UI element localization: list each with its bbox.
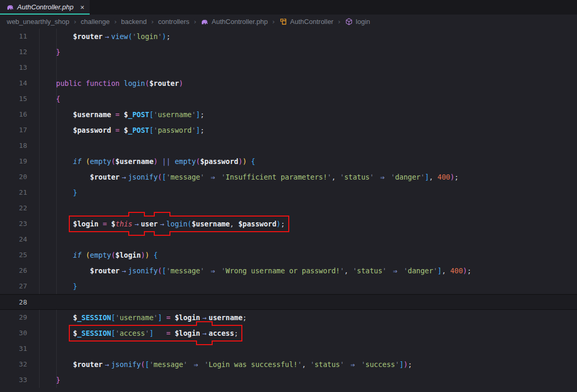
- line-number[interactable]: 23: [0, 216, 39, 232]
- code-token: $username: [192, 220, 230, 228]
- code-token: ⇒: [349, 357, 357, 372]
- line-number[interactable]: 18: [0, 138, 39, 154]
- code-token: [39, 329, 73, 337]
- code-line-content: $username = $_POST['username'];: [39, 107, 204, 122]
- line-number[interactable]: 12: [0, 44, 39, 60]
- code-token: }: [56, 376, 60, 384]
- code-token: danger: [395, 173, 421, 181]
- code-token: [374, 173, 378, 181]
- code-line-30[interactable]: 30 $_SESSION['access'] = $login→access;: [0, 325, 577, 341]
- code-line-15[interactable]: 15 {: [0, 91, 577, 107]
- code-token: [170, 313, 175, 322]
- code-token: [399, 267, 403, 275]
- highlight-box: $_SESSION['access'] = $login→access;: [73, 329, 238, 337]
- code-token: login: [137, 32, 158, 41]
- code-token: user: [141, 220, 158, 228]
- line-number[interactable]: 29: [0, 310, 39, 325]
- line-number[interactable]: 11: [0, 29, 39, 44]
- code-line-content: }: [39, 279, 77, 294]
- code-token: ]: [196, 126, 200, 134]
- line-number[interactable]: 33: [0, 372, 39, 388]
- line-number[interactable]: 21: [0, 185, 39, 200]
- line-number[interactable]: 15: [0, 91, 39, 107]
- code-line-27[interactable]: 27 }: [0, 279, 577, 294]
- code-token: status: [314, 360, 340, 369]
- code-token: [170, 329, 175, 337]
- tab-authcontroller[interactable]: AuthController.php ✕: [0, 0, 90, 15]
- line-number[interactable]: 19: [0, 154, 39, 169]
- code-line-13[interactable]: 13: [0, 60, 577, 75]
- line-number[interactable]: 16: [0, 107, 39, 122]
- code-token: ): [154, 157, 158, 166]
- code-token: ): [450, 173, 455, 181]
- chevron-right-icon: ›: [272, 18, 276, 26]
- line-number[interactable]: 30: [0, 325, 39, 341]
- code-line-33[interactable]: 33 }: [0, 372, 577, 388]
- code-token: ;: [234, 329, 238, 337]
- code-line-17[interactable]: 17 $password = $_POST['password'];: [0, 122, 577, 138]
- code-token: [39, 95, 56, 103]
- breadcrumb-item-authcontroller[interactable]: AuthController: [279, 18, 334, 26]
- breadcrumb-item-controllers[interactable]: controllers: [158, 18, 189, 26]
- code-token: }: [56, 48, 60, 56]
- breadcrumb-item-backend[interactable]: backend: [121, 18, 146, 26]
- code-token: [39, 157, 73, 166]
- code-token: [39, 376, 56, 384]
- code-line-23[interactable]: 23 $login = $this→user→login($username, …: [0, 216, 577, 232]
- line-number[interactable]: 25: [0, 247, 39, 263]
- line-number[interactable]: 13: [0, 60, 39, 75]
- code-token: [204, 267, 208, 275]
- code-line-12[interactable]: 12 }: [0, 44, 577, 60]
- breadcrumb-item-login[interactable]: login: [345, 18, 370, 26]
- code-token: ': [391, 173, 395, 181]
- code-line-20[interactable]: 20 $router→jsonify(['message' ⇒ 'Insuffi…: [0, 169, 577, 185]
- code-line-26[interactable]: 26 $router→jsonify(['message' ⇒ 'Wrong u…: [0, 263, 577, 279]
- line-number[interactable]: 26: [0, 263, 39, 279]
- breadcrumb-item-authcontroller-php[interactable]: AuthController.php: [201, 18, 268, 26]
- code-line-18[interactable]: 18: [0, 138, 577, 154]
- code-line-19[interactable]: 19 if (empty($username) || empty($passwo…: [0, 154, 577, 169]
- code-line-24[interactable]: 24: [0, 232, 577, 247]
- code-token: {: [56, 95, 60, 103]
- line-number[interactable]: 32: [0, 357, 39, 372]
- close-icon[interactable]: ✕: [80, 4, 84, 10]
- breadcrumb-item-challenge[interactable]: challenge: [81, 18, 110, 26]
- code-token: [39, 32, 73, 41]
- code-line-14[interactable]: 14 public function login($router): [0, 75, 577, 91]
- code-line-29[interactable]: 29 $_SESSION['username'] = $login→userna…: [0, 310, 577, 325]
- code-line-28[interactable]: 28: [0, 294, 577, 310]
- line-number[interactable]: 24: [0, 232, 39, 247]
- line-number[interactable]: 31: [0, 341, 39, 357]
- code-token: login: [124, 79, 145, 87]
- code-token: $: [73, 329, 77, 337]
- line-number[interactable]: 20: [0, 169, 39, 185]
- code-line-content: }: [39, 185, 77, 200]
- code-token: $password: [200, 157, 238, 166]
- code-line-16[interactable]: 16 $username = $_POST['username'];: [0, 107, 577, 122]
- line-number[interactable]: 22: [0, 200, 39, 216]
- code-token: →: [119, 263, 128, 279]
- code-token: [170, 157, 175, 166]
- code-line-31[interactable]: 31: [0, 341, 577, 357]
- line-number[interactable]: 17: [0, 122, 39, 138]
- code-line-21[interactable]: 21 }: [0, 185, 577, 200]
- code-token: [39, 110, 73, 119]
- code-token: ): [463, 267, 467, 275]
- code-line-11[interactable]: 11 $router→view('login');: [0, 29, 577, 44]
- code-token: $password: [238, 220, 276, 228]
- breadcrumb-item-web-unearthly-shop[interactable]: web_unearthly_shop: [7, 18, 69, 26]
- line-number[interactable]: 28: [0, 295, 39, 309]
- code-token: ': [353, 267, 357, 275]
- code-line-22[interactable]: 22: [0, 200, 577, 216]
- breadcrumb: web_unearthly_shop›challenge›backend›con…: [0, 15, 577, 29]
- code-token: [200, 360, 204, 369]
- code-token: 400: [450, 267, 463, 275]
- code-line-25[interactable]: 25 if (empty($login)) {: [0, 247, 577, 263]
- code-token: =: [166, 313, 170, 322]
- code-token: $: [124, 110, 128, 119]
- php-icon: [201, 18, 208, 26]
- line-number[interactable]: 14: [0, 75, 39, 91]
- code-line-32[interactable]: 32 $router→jsonify(['message' ⇒ 'Login w…: [0, 357, 577, 372]
- code-editor[interactable]: 11 $router→view('login');12 }1314 public…: [0, 29, 577, 388]
- line-number[interactable]: 27: [0, 279, 39, 294]
